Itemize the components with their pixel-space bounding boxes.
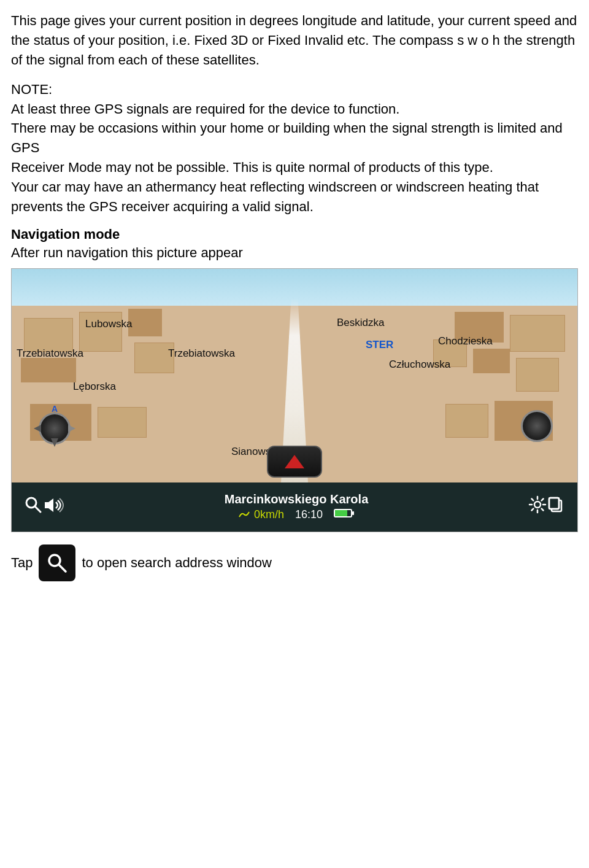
map-label-czluchowska: Człuchowska xyxy=(389,358,450,371)
toolbar-info-row: 0km/h 16:10 xyxy=(71,508,522,522)
map-toolbar: Marcinkowskiego Karola 0km/h 16:10 xyxy=(12,482,577,532)
map-block xyxy=(98,407,147,438)
compass-east-arrow xyxy=(68,425,75,432)
toolbar-settings-button[interactable] xyxy=(528,495,547,518)
map-block xyxy=(128,309,162,336)
bottom-tap-section: Tap to open search address window xyxy=(0,532,589,594)
after-run-text: After run navigation this picture appear xyxy=(11,245,578,261)
toolbar-speed: 0km/h xyxy=(238,508,284,521)
content-area: This page gives your current position in… xyxy=(0,0,589,261)
map-block xyxy=(473,349,510,373)
description-paragraph: This page gives your current position in… xyxy=(11,11,578,70)
map-block xyxy=(21,358,76,382)
map-label-beskidzka: Beskidzka xyxy=(337,317,384,329)
toolbar-search-button[interactable] xyxy=(24,495,42,518)
compass-south-arrow xyxy=(51,438,58,447)
map-label-leborska: Lęborska xyxy=(73,381,116,393)
svg-point-6 xyxy=(534,502,541,508)
svg-rect-8 xyxy=(549,498,559,509)
svg-marker-2 xyxy=(45,498,53,512)
note-line1: At least three GPS signals are required … xyxy=(11,99,578,119)
nav-arrow-triangle xyxy=(285,455,304,468)
map-label-lubowska: Lubowska xyxy=(85,318,133,330)
map-block xyxy=(445,404,488,438)
toolbar-time: 16:10 xyxy=(295,508,323,521)
search-icon xyxy=(46,552,68,574)
toolbar-volume-button[interactable] xyxy=(42,496,64,518)
tap-label: Tap xyxy=(11,555,33,571)
svg-rect-4 xyxy=(335,510,347,516)
tap-after-text: to open search address window xyxy=(82,555,271,571)
note-line2: There may be occasions within your home … xyxy=(11,118,578,158)
map-label-chodzieska: Chodzieska xyxy=(438,335,493,347)
compass[interactable]: A xyxy=(30,404,79,453)
map-block xyxy=(24,318,73,352)
nav-mode-heading: Navigation mode xyxy=(11,227,578,242)
map-container: Lubowska Trzebiatowska Trzebiatowska Lęb… xyxy=(11,268,578,532)
svg-rect-5 xyxy=(352,511,354,515)
toolbar-street-name: Marcinkowskiego Karola xyxy=(71,492,522,506)
note-line3: Receiver Mode may not be possible. This … xyxy=(11,158,578,177)
svg-line-1 xyxy=(35,506,40,512)
map-label-trzebiatowska2: Trzebiatowska xyxy=(17,347,83,360)
map-label-trzebiatowska1: Trzebiatowska xyxy=(168,347,235,360)
note-label: NOTE: xyxy=(11,80,578,99)
map-block xyxy=(516,358,559,392)
note-section: NOTE: At least three GPS signals are req… xyxy=(11,80,578,217)
note-line4: Your car may have an athermancy heat ref… xyxy=(11,177,578,217)
toolbar-battery xyxy=(334,508,355,522)
toolbar-center: Marcinkowskiego Karola 0km/h 16:10 xyxy=(71,492,522,522)
map-right-button[interactable] xyxy=(521,410,553,442)
search-tap-button[interactable] xyxy=(39,544,75,581)
svg-line-11 xyxy=(59,565,66,572)
compass-west-arrow xyxy=(34,425,41,432)
map-label-ster: STER xyxy=(366,339,393,351)
map-block xyxy=(510,315,565,352)
nav-arrow-button[interactable] xyxy=(267,446,322,478)
toolbar-copy-button[interactable] xyxy=(547,495,565,518)
